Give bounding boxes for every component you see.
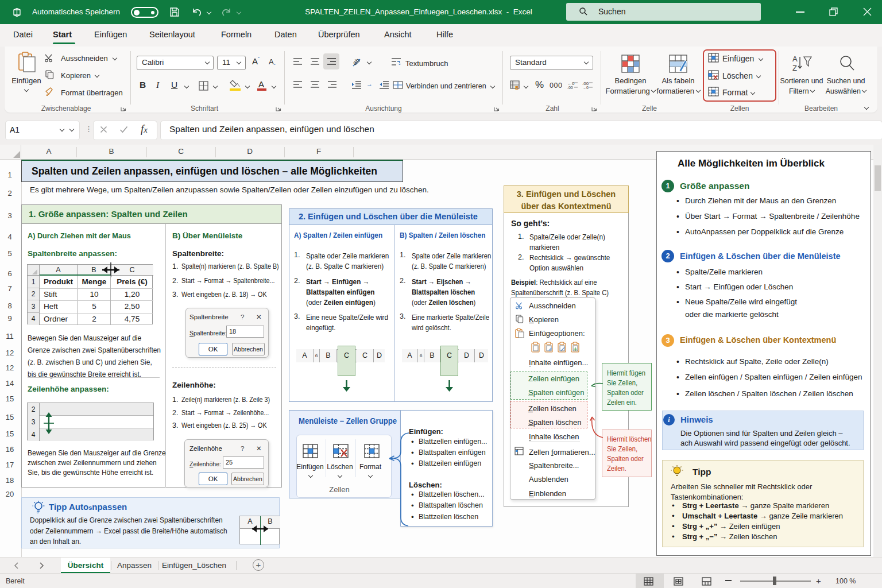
svg-text:A: A bbox=[792, 55, 798, 63]
svg-text:ab: ab bbox=[351, 57, 361, 67]
svg-text:→0: →0 bbox=[582, 86, 589, 90]
svg-text:Z: Z bbox=[792, 64, 797, 72]
svg-text:.00: .00 bbox=[567, 86, 573, 90]
svg-text:B: B bbox=[515, 85, 519, 90]
